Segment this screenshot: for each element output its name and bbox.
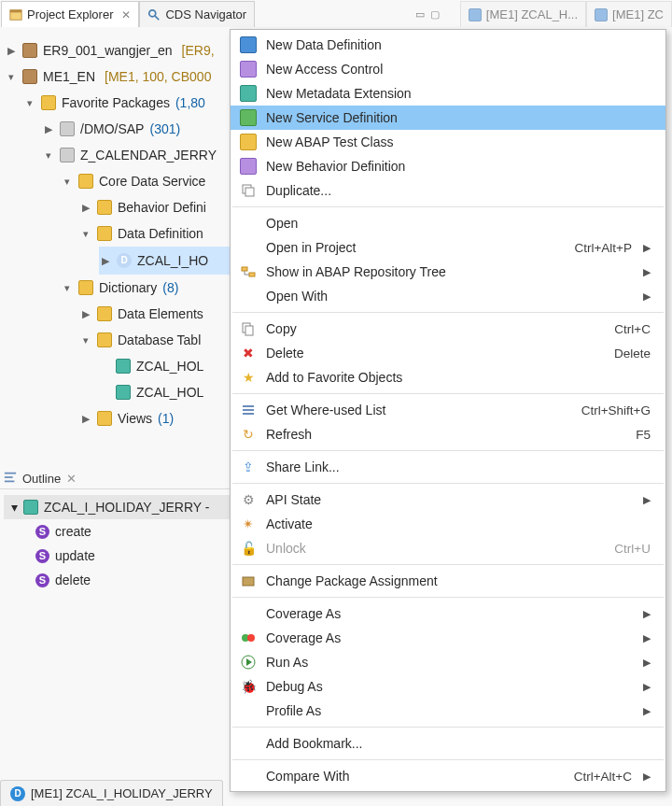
menu-separator <box>232 483 664 484</box>
menu-api-state[interactable]: ⚙ API State ▶ <box>231 488 665 512</box>
chevron-right-icon[interactable]: ▶ <box>80 194 91 220</box>
close-icon[interactable]: ✕ <box>121 8 131 21</box>
abap-object-icon <box>595 8 608 21</box>
menu-new-data-definition[interactable]: New Data Definition <box>231 33 665 57</box>
package-icon <box>240 573 257 589</box>
svg-rect-14 <box>243 409 254 411</box>
menu-coverage-as-2[interactable]: Coverage As ▶ <box>231 626 665 650</box>
view-minmax-controls: ▭ ▢ <box>415 8 449 21</box>
spacer-icon <box>240 239 257 256</box>
chevron-right-icon[interactable]: ▶ <box>43 116 54 142</box>
submenu-arrow-icon: ▶ <box>643 290 651 303</box>
tree-label: Core Data Service <box>99 168 205 194</box>
spacer-icon <box>240 768 257 785</box>
menu-shortcut: Ctrl+Alt+P <box>574 241 632 255</box>
tab-editor-a[interactable]: [ME1] ZCAL_H... <box>460 1 586 27</box>
close-icon[interactable]: ✕ <box>66 472 77 486</box>
menu-run-as[interactable]: Run As ▶ <box>231 650 665 674</box>
chevron-right-icon[interactable]: ▶ <box>80 301 91 327</box>
menu-debug-as[interactable]: 🐞 Debug As ▶ <box>231 674 665 699</box>
tab-editor-b[interactable]: [ME1] ZC <box>586 1 672 27</box>
data-definition-icon <box>240 36 257 53</box>
data-definition-icon: D <box>10 786 25 801</box>
menu-refresh[interactable]: ↻ Refresh F5 <box>231 422 665 446</box>
maximize-icon[interactable]: ▢ <box>430 8 440 21</box>
folder-icon <box>97 200 112 215</box>
menu-add-to-favorites[interactable]: ★ Add to Favorite Objects <box>231 365 665 389</box>
chevron-right-icon[interactable]: ▶ <box>100 247 111 274</box>
tree-suffix: [ER9, <box>182 37 215 64</box>
menu-label: Share Link... <box>266 460 651 474</box>
menu-label: API State <box>266 492 632 507</box>
menu-delete[interactable]: ✖ Delete Delete <box>231 341 665 365</box>
tab-project-explorer[interactable]: Project Explorer ✕ <box>1 1 139 27</box>
tree-label: Data Elements <box>118 301 203 327</box>
svg-line-3 <box>155 15 159 19</box>
menu-new-metadata-extension[interactable]: New Metadata Extension <box>231 81 665 106</box>
menu-label: Add Bookmark... <box>266 736 651 751</box>
menu-show-in-repo-tree[interactable]: Show in ABAP Repository Tree ▶ <box>231 260 665 284</box>
standard-op-icon: S <box>35 573 49 587</box>
submenu-arrow-icon: ▶ <box>643 608 651 620</box>
menu-new-abap-test-class[interactable]: New ABAP Test Class <box>231 130 665 154</box>
chevron-right-icon[interactable]: ▶ <box>80 405 91 431</box>
menu-coverage-as-1[interactable]: Coverage As ▶ <box>231 601 665 626</box>
menu-label: New Behavior Definition <box>266 159 651 174</box>
package-icon <box>60 148 75 163</box>
chevron-down-icon[interactable]: ▾ <box>43 142 54 168</box>
menu-label: New Data Definition <box>266 37 651 52</box>
chevron-down-icon[interactable]: ▾ <box>80 327 91 353</box>
star-icon: ★ <box>240 369 257 386</box>
abap-project-icon <box>22 69 37 84</box>
spacer-icon <box>240 605 257 622</box>
menu-compare-with[interactable]: Compare With Ctrl+Alt+C ▶ <box>231 764 665 788</box>
menu-change-package[interactable]: Change Package Assignment <box>231 569 665 593</box>
menu-share-link[interactable]: ⇪ Share Link... <box>231 455 665 479</box>
submenu-arrow-icon: ▶ <box>643 657 651 669</box>
behavior-definition-icon <box>23 500 38 515</box>
unlock-icon: 🔓 <box>240 540 257 557</box>
svg-rect-12 <box>245 326 253 335</box>
menu-new-behavior-definition[interactable]: New Behavior Definition <box>231 154 665 178</box>
menu-label: Debug As <box>266 679 632 694</box>
debug-icon: 🐞 <box>240 678 257 695</box>
menu-add-bookmark[interactable]: Add Bookmark... <box>231 731 665 756</box>
outline-item-label: delete <box>55 573 91 587</box>
editor-tab-zcal-holiday[interactable]: D [ME1] ZCAL_I_HOLIDAY_JERRY <box>0 780 223 806</box>
tree-suffix: [ME1, 100, CB000 <box>105 64 211 90</box>
tab-cds-navigator[interactable]: CDS Navigator <box>139 1 255 27</box>
menu-open-in-project[interactable]: Open in Project Ctrl+Alt+P ▶ <box>231 235 665 260</box>
tree-label: ZCAL_HOL <box>136 353 203 379</box>
chevron-down-icon[interactable]: ▾ <box>80 220 91 247</box>
chevron-down-icon[interactable]: ▾ <box>62 168 73 194</box>
submenu-arrow-icon: ▶ <box>643 242 651 254</box>
menu-duplicate[interactable]: Duplicate... <box>231 178 665 203</box>
outline-icon <box>4 471 17 487</box>
menu-activate[interactable]: ✴ Activate <box>231 512 665 536</box>
tree-label: /DMO/SAP <box>80 116 144 142</box>
tree-icon <box>240 263 257 280</box>
chevron-down-icon[interactable]: ▾ <box>11 500 18 515</box>
menu-where-used[interactable]: Get Where-used List Ctrl+Shift+G <box>231 398 665 422</box>
chevron-down-icon[interactable]: ▾ <box>62 275 73 301</box>
folder-icon <box>97 411 112 426</box>
menu-open[interactable]: Open <box>231 211 665 235</box>
menu-profile-as[interactable]: Profile As ▶ <box>231 699 665 723</box>
menu-copy[interactable]: Copy Ctrl+C <box>231 317 665 341</box>
tree-count: (8) <box>162 275 178 301</box>
chevron-down-icon[interactable]: ▾ <box>24 90 35 116</box>
menu-open-with[interactable]: Open With ▶ <box>231 284 665 308</box>
menu-new-service-definition[interactable]: New Service Definition <box>231 106 665 130</box>
outline-item-label: update <box>55 548 95 563</box>
tree-count: (1) <box>158 405 174 431</box>
minimize-icon[interactable]: ▭ <box>415 8 425 21</box>
cds-navigator-icon <box>147 8 161 21</box>
tree-label: Data Definition <box>118 220 203 247</box>
menu-unlock: 🔓 Unlock Ctrl+U <box>231 536 665 560</box>
chevron-down-icon[interactable]: ▾ <box>6 64 17 90</box>
menu-separator <box>232 206 664 207</box>
menu-new-access-control[interactable]: New Access Control <box>231 57 665 81</box>
chevron-right-icon[interactable]: ▶ <box>6 37 17 64</box>
svg-rect-1 <box>10 9 21 12</box>
menu-label: Run As <box>266 655 632 670</box>
